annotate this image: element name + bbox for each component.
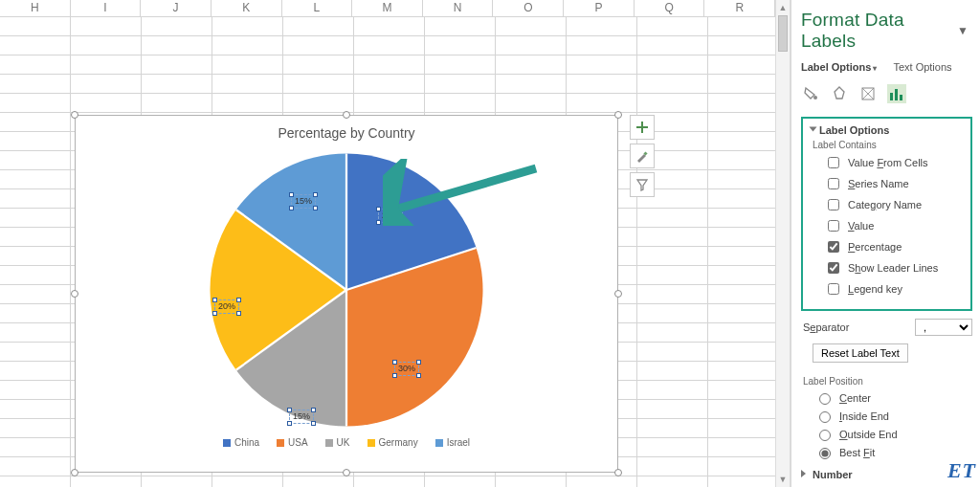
scroll-thumb[interactable]: [778, 15, 788, 52]
checkbox-value-from-cells[interactable]: Value From Cells: [824, 154, 965, 171]
column-header-row: H I J K L M N O P Q R: [0, 0, 775, 17]
effects-icon[interactable]: [830, 84, 849, 103]
section-title-text[interactable]: Label Options: [819, 124, 889, 136]
col-header[interactable]: R: [704, 0, 775, 16]
data-label-text: 20%: [218, 301, 235, 311]
chart-legend[interactable]: China USA UK Germany Israel: [76, 437, 617, 448]
label-options-section: Label Options Label Contains Value From …: [801, 117, 972, 311]
chart-title[interactable]: Percentage by Country: [76, 125, 617, 141]
legend-item[interactable]: China: [223, 437, 259, 448]
watermark: ET: [947, 458, 976, 483]
data-label-china[interactable]: 20%: [378, 209, 403, 223]
label-contains-title: Label Contains: [813, 140, 965, 150]
svg-rect-12: [900, 95, 902, 100]
fill-line-icon[interactable]: [801, 84, 820, 103]
resize-handle[interactable]: [71, 469, 78, 476]
data-label-text: 30%: [398, 364, 415, 373]
svg-point-7: [813, 96, 817, 100]
resize-handle[interactable]: [614, 111, 622, 119]
col-header[interactable]: N: [423, 0, 494, 16]
col-header[interactable]: O: [493, 0, 564, 16]
col-header[interactable]: J: [141, 0, 212, 16]
chart-styles-button[interactable]: [630, 144, 655, 168]
radio-center[interactable]: Center: [814, 390, 972, 405]
data-label-usa[interactable]: 30%: [394, 362, 419, 376]
vertical-scrollbar[interactable]: ▲ ▼: [775, 0, 791, 487]
checkbox-legend-key[interactable]: Legend key: [824, 280, 965, 298]
col-header[interactable]: K: [212, 0, 282, 16]
checkbox-show-leader-lines[interactable]: Show Leader Lines: [824, 259, 965, 277]
legend-item[interactable]: Germany: [368, 437, 418, 448]
pane-title: Format Data Labels: [801, 10, 953, 52]
col-header[interactable]: L: [282, 0, 353, 16]
data-label-text: 15%: [295, 196, 312, 206]
col-header[interactable]: H: [0, 0, 71, 16]
chart-elements-button[interactable]: [630, 115, 655, 140]
resize-handle[interactable]: [343, 469, 350, 476]
legend-item[interactable]: UK: [325, 437, 350, 448]
scroll-up-icon[interactable]: ▲: [776, 0, 790, 15]
chart-side-buttons: [630, 115, 655, 197]
resize-handle[interactable]: [71, 290, 78, 298]
col-header[interactable]: P: [564, 0, 635, 16]
chart-filters-button[interactable]: [630, 172, 655, 197]
legend-item[interactable]: Israel: [435, 437, 470, 448]
separator-select[interactable]: ,: [915, 319, 972, 336]
label-position-title: Label Position: [803, 376, 972, 387]
data-label-text: 20%: [382, 210, 399, 220]
data-label-germany[interactable]: 20%: [214, 299, 239, 314]
svg-marker-8: [835, 87, 844, 99]
data-label-text: 15%: [293, 411, 310, 421]
size-properties-icon[interactable]: [858, 84, 878, 103]
reset-label-text-button[interactable]: Reset Label Text: [813, 343, 908, 363]
tab-label-options[interactable]: Label Options▾: [801, 61, 877, 73]
data-label-uk[interactable]: 15%: [289, 410, 314, 424]
resize-handle[interactable]: [343, 111, 350, 119]
checkbox-value[interactable]: Value: [824, 217, 965, 234]
svg-rect-10: [890, 93, 893, 100]
data-label-israel[interactable]: 15%: [291, 194, 316, 209]
tab-text-options[interactable]: Text Options: [893, 61, 951, 73]
col-header[interactable]: Q: [635, 0, 705, 16]
radio-best-fit[interactable]: Best Fit: [814, 445, 972, 459]
pane-options-dropdown-icon[interactable]: ▼: [953, 24, 972, 37]
checkbox-percentage[interactable]: Percentage: [824, 238, 965, 255]
col-header[interactable]: M: [352, 0, 423, 16]
radio-outside-end[interactable]: Outside End: [814, 427, 972, 441]
svg-rect-11: [895, 89, 898, 100]
chart-plot-area[interactable]: 20% 30% 15% 20% 15%: [203, 146, 490, 433]
checkbox-series-name[interactable]: Series Name: [824, 175, 965, 192]
scroll-down-icon[interactable]: ▼: [776, 472, 790, 487]
resize-handle[interactable]: [71, 111, 78, 119]
format-data-labels-pane: Format Data Labels ▼ Label Options▾ Text…: [791, 0, 980, 487]
legend-item[interactable]: USA: [277, 437, 308, 448]
chart-object[interactable]: Percentage by Country: [75, 115, 618, 473]
col-header[interactable]: I: [71, 0, 142, 16]
checkbox-category-name[interactable]: Category Name: [824, 196, 965, 213]
resize-handle[interactable]: [614, 290, 622, 298]
label-options-icon[interactable]: [887, 84, 906, 103]
resize-handle[interactable]: [614, 469, 622, 476]
radio-inside-end[interactable]: Inside End: [814, 409, 972, 423]
